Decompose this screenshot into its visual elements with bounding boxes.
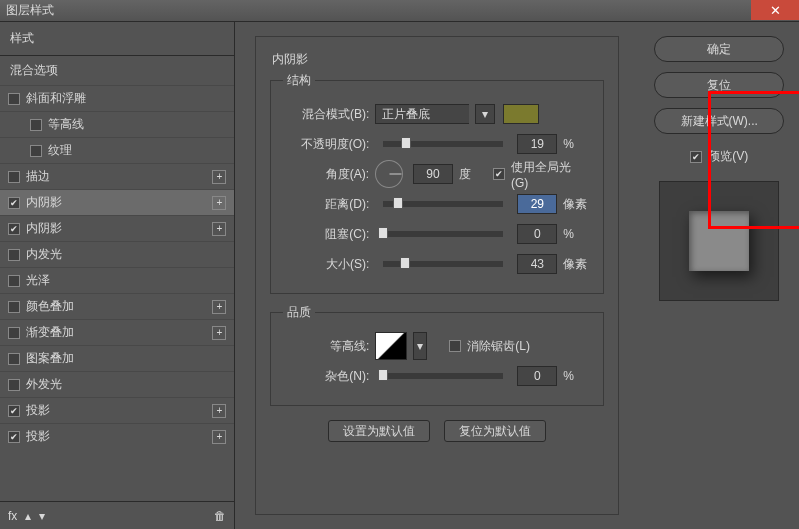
style-row[interactable]: 投影+ — [0, 423, 234, 449]
noise-label: 杂色(N): — [283, 368, 369, 385]
arrow-up-icon[interactable]: ▴ — [25, 509, 31, 523]
chevron-down-icon[interactable]: ▾ — [475, 104, 495, 124]
cancel-button[interactable]: 复位 — [654, 72, 784, 98]
angle-dial[interactable] — [375, 160, 403, 188]
distance-row: 距离(D): 29 像素 — [283, 189, 591, 219]
style-checkbox[interactable] — [8, 275, 20, 287]
style-checkbox[interactable] — [8, 405, 20, 417]
style-checkbox[interactable] — [8, 197, 20, 209]
angle-row: 角度(A): 90 度 使用全局光 (G) — [283, 159, 591, 189]
add-effect-icon[interactable]: + — [212, 430, 226, 444]
style-row[interactable]: 描边+ — [0, 163, 234, 189]
size-label: 大小(S): — [283, 256, 369, 273]
choke-row: 阻塞(C): 0 % — [283, 219, 591, 249]
style-checkbox[interactable] — [8, 327, 20, 339]
style-label: 内发光 — [26, 246, 62, 263]
style-label: 外发光 — [26, 376, 62, 393]
size-unit: 像素 — [563, 256, 591, 273]
window-title: 图层样式 — [6, 2, 54, 19]
main-area: 样式 混合选项 斜面和浮雕等高线纹理描边+内阴影+内阴影+内发光光泽颜色叠加+渐… — [0, 22, 799, 529]
angle-input[interactable]: 90 — [413, 164, 453, 184]
preview-box — [659, 181, 779, 301]
blend-mode-select[interactable]: 正片叠底 — [375, 104, 469, 124]
structure-group: 结构 混合模式(B): 正片叠底 ▾ 不透明度(O): 19 % 角度(A): — [270, 72, 604, 294]
style-row[interactable]: 内阴影+ — [0, 189, 234, 215]
distance-unit: 像素 — [563, 196, 591, 213]
arrow-down-icon[interactable]: ▾ — [39, 509, 45, 523]
add-effect-icon[interactable]: + — [212, 300, 226, 314]
global-light-checkbox[interactable] — [493, 168, 505, 180]
add-effect-icon[interactable]: + — [212, 222, 226, 236]
trash-icon[interactable]: 🗑 — [214, 509, 226, 523]
structure-legend: 结构 — [283, 72, 315, 89]
style-row[interactable]: 颜色叠加+ — [0, 293, 234, 319]
style-list: 斜面和浮雕等高线纹理描边+内阴影+内阴影+内发光光泽颜色叠加+渐变叠加+图案叠加… — [0, 85, 234, 501]
style-row[interactable]: 等高线 — [0, 111, 234, 137]
blend-options[interactable]: 混合选项 — [0, 56, 234, 85]
add-effect-icon[interactable]: + — [212, 326, 226, 340]
size-input[interactable]: 43 — [517, 254, 557, 274]
style-checkbox[interactable] — [8, 223, 20, 235]
distance-input[interactable]: 29 — [517, 194, 557, 214]
close-button[interactable]: ✕ — [751, 0, 799, 20]
style-row[interactable]: 外发光 — [0, 371, 234, 397]
style-checkbox[interactable] — [30, 145, 42, 157]
contour-row: 等高线: ▾ 消除锯齿(L) — [283, 331, 591, 361]
opacity-input[interactable]: 19 — [517, 134, 557, 154]
choke-unit: % — [563, 227, 591, 241]
opacity-slider[interactable] — [383, 141, 503, 147]
noise-input[interactable]: 0 — [517, 366, 557, 386]
noise-row: 杂色(N): 0 % — [283, 361, 591, 391]
noise-slider[interactable] — [383, 373, 503, 379]
style-label: 光泽 — [26, 272, 50, 289]
style-checkbox[interactable] — [8, 431, 20, 443]
add-effect-icon[interactable]: + — [212, 170, 226, 184]
add-effect-icon[interactable]: + — [212, 196, 226, 210]
style-row[interactable]: 光泽 — [0, 267, 234, 293]
style-label: 内阴影 — [26, 194, 62, 211]
contour-chevron-icon[interactable]: ▾ — [413, 332, 427, 360]
style-label: 斜面和浮雕 — [26, 90, 86, 107]
reset-default-button[interactable]: 复位为默认值 — [444, 420, 546, 442]
fx-label[interactable]: fx — [8, 509, 17, 523]
set-default-button[interactable]: 设置为默认值 — [328, 420, 430, 442]
choke-slider[interactable] — [383, 231, 503, 237]
style-checkbox[interactable] — [8, 93, 20, 105]
angle-label: 角度(A): — [283, 166, 369, 183]
style-label: 颜色叠加 — [26, 298, 74, 315]
style-row[interactable]: 斜面和浮雕 — [0, 85, 234, 111]
quality-group: 品质 等高线: ▾ 消除锯齿(L) 杂色(N): 0 % — [270, 304, 604, 406]
style-checkbox[interactable] — [8, 249, 20, 261]
add-effect-icon[interactable]: + — [212, 404, 226, 418]
style-checkbox[interactable] — [8, 301, 20, 313]
style-checkbox[interactable] — [30, 119, 42, 131]
style-label: 渐变叠加 — [26, 324, 74, 341]
preview-checkbox[interactable] — [690, 151, 702, 163]
style-row[interactable]: 投影+ — [0, 397, 234, 423]
style-checkbox[interactable] — [8, 171, 20, 183]
style-row[interactable]: 纹理 — [0, 137, 234, 163]
new-style-button[interactable]: 新建样式(W)... — [654, 108, 784, 134]
titlebar: 图层样式 ✕ — [0, 0, 799, 22]
antialias-label: 消除锯齿(L) — [467, 338, 530, 355]
style-row[interactable]: 图案叠加 — [0, 345, 234, 371]
antialias-checkbox[interactable] — [449, 340, 461, 352]
style-label: 等高线 — [48, 116, 84, 133]
angle-unit: 度 — [459, 166, 487, 183]
opacity-label: 不透明度(O): — [283, 136, 369, 153]
style-checkbox[interactable] — [8, 379, 20, 391]
distance-slider[interactable] — [383, 201, 503, 207]
size-slider[interactable] — [383, 261, 503, 267]
style-row[interactable]: 渐变叠加+ — [0, 319, 234, 345]
sidebar-footer: fx ▴ ▾ 🗑 — [0, 501, 234, 529]
ok-button[interactable]: 确定 — [654, 36, 784, 62]
style-checkbox[interactable] — [8, 353, 20, 365]
choke-input[interactable]: 0 — [517, 224, 557, 244]
contour-swatch[interactable] — [375, 332, 407, 360]
style-row[interactable]: 内发光 — [0, 241, 234, 267]
noise-unit: % — [563, 369, 591, 383]
color-swatch[interactable] — [503, 104, 539, 124]
panel-title: 内阴影 — [272, 51, 604, 68]
style-label: 投影 — [26, 402, 50, 419]
style-row[interactable]: 内阴影+ — [0, 215, 234, 241]
